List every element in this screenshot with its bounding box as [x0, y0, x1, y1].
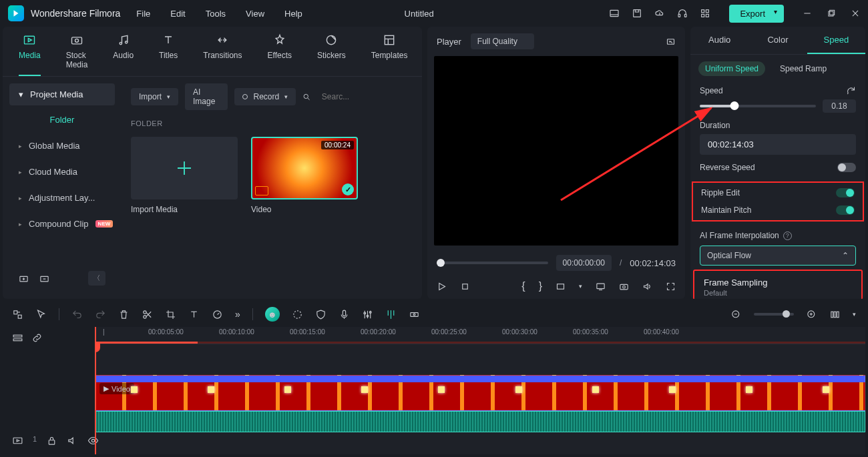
playhead[interactable] — [95, 327, 96, 454]
save-icon[interactable] — [632, 8, 642, 19]
visibility-icon[interactable] — [87, 435, 99, 446]
snapshot-mode-icon[interactable] — [666, 37, 676, 47]
export-button[interactable]: Export — [729, 5, 784, 23]
marker-tool-icon[interactable] — [385, 309, 397, 320]
timeline-tracks[interactable]: | 00:00:05:00 00:00:10:00 00:00:15:00 00… — [95, 327, 865, 454]
volume-icon[interactable] — [642, 282, 652, 292]
duration-value[interactable]: 00:02:14:03 — [700, 134, 856, 155]
speed-slider[interactable] — [700, 105, 816, 107]
tab-media[interactable]: Media — [19, 33, 41, 76]
undo-icon[interactable] — [71, 309, 83, 320]
tool-pointer-icon[interactable] — [35, 309, 47, 320]
delete-icon[interactable] — [118, 309, 130, 320]
play-icon[interactable] — [437, 282, 447, 292]
lock-icon[interactable] — [46, 435, 57, 446]
new-badge: NEW — [95, 220, 114, 227]
text-tool-icon[interactable] — [188, 309, 200, 320]
speed-ramp-tab[interactable]: Speed Ramp — [773, 61, 833, 76]
tab-templates[interactable]: Templates — [371, 33, 408, 76]
close-icon[interactable] — [851, 9, 860, 18]
link-icon[interactable] — [31, 332, 43, 344]
interp-option-frame-sampling[interactable]: Frame SamplingDefault — [694, 271, 861, 299]
shield-icon[interactable] — [315, 309, 327, 320]
collapse-sidebar-button[interactable]: 〈 — [88, 271, 105, 286]
sidebar-compound-clip[interactable]: ▸Compound ClipNEW — [9, 212, 115, 236]
preview-viewport[interactable] — [434, 56, 678, 246]
reset-icon[interactable] — [846, 85, 856, 95]
stop-icon[interactable] — [460, 282, 470, 292]
import-dropdown[interactable]: Import▾ — [131, 88, 178, 105]
color-tool-icon[interactable] — [292, 309, 303, 320]
aspect-icon[interactable] — [556, 282, 566, 292]
reverse-toggle[interactable] — [837, 163, 856, 172]
mute-icon[interactable] — [67, 435, 78, 446]
mixer-icon[interactable] — [362, 309, 373, 320]
rtab-speed[interactable]: Speed — [807, 27, 865, 54]
record-dropdown[interactable]: Record▾ — [234, 88, 296, 105]
headphones-icon[interactable] — [677, 8, 688, 19]
new-folder-icon[interactable] — [19, 274, 29, 284]
display-icon[interactable] — [596, 282, 606, 292]
layout-icon[interactable] — [609, 8, 620, 19]
mic-icon[interactable] — [339, 309, 350, 320]
video-clip-tile[interactable]: 00:00:24 ✓ Video — [251, 137, 358, 214]
tab-transitions[interactable]: Transitions — [203, 33, 242, 76]
sidebar-global-media[interactable]: ▸Global Media — [9, 134, 115, 157]
sidebar-adjustment-layer[interactable]: ▸Adjustment Lay... — [9, 186, 115, 209]
apps-icon[interactable] — [700, 8, 710, 19]
zoom-in-icon[interactable] — [806, 309, 817, 320]
sidebar-cloud-media[interactable]: ▸Cloud Media — [9, 160, 115, 183]
pitch-toggle[interactable] — [836, 205, 855, 215]
tab-titles[interactable]: Titles — [159, 33, 178, 76]
more-tools-icon[interactable]: » — [235, 309, 240, 320]
scrub-bar[interactable] — [437, 262, 548, 264]
cloud-icon[interactable] — [654, 8, 665, 19]
quality-select[interactable]: Full Quality — [471, 33, 534, 49]
zoom-slider[interactable] — [754, 313, 794, 316]
ripple-toggle[interactable] — [836, 188, 855, 197]
capture-icon[interactable] — [619, 282, 629, 292]
rtab-color[interactable]: Color — [748, 27, 807, 54]
tab-audio[interactable]: Audio — [113, 33, 134, 76]
menu-file[interactable]: File — [136, 9, 150, 19]
zoom-fit-icon[interactable] — [829, 309, 841, 320]
maximize-icon[interactable] — [827, 9, 836, 18]
crop-icon[interactable] — [165, 309, 176, 320]
keyframe-tool-icon[interactable] — [409, 309, 420, 320]
tab-stickers[interactable]: Stickers — [317, 33, 346, 76]
interp-select[interactable]: Optical Flow⌃ — [700, 246, 856, 266]
split-icon[interactable] — [142, 309, 153, 320]
svg-rect-41 — [463, 284, 468, 289]
tab-effects[interactable]: Effects — [268, 33, 292, 76]
mark-in-icon[interactable]: { — [521, 280, 525, 292]
uniform-speed-tab[interactable]: Uniform Speed — [698, 61, 765, 76]
menu-tools[interactable]: Tools — [206, 9, 226, 19]
ai-image-button[interactable]: AI Image — [185, 83, 228, 110]
minimize-icon[interactable] — [803, 9, 812, 18]
speed-value[interactable]: 0.18 — [823, 99, 856, 113]
new-bin-icon[interactable] — [39, 274, 49, 284]
folder-header: FOLDER — [131, 119, 422, 127]
video-track-icon[interactable] — [12, 435, 23, 446]
import-media-tile[interactable]: Import Media — [131, 137, 238, 214]
svg-point-51 — [144, 315, 146, 318]
svg-marker-82 — [17, 440, 19, 442]
ai-face-icon[interactable]: ☻ — [265, 307, 280, 322]
audio-clip[interactable] — [95, 411, 865, 432]
help-icon[interactable]: ? — [783, 232, 792, 240]
menu-edit[interactable]: Edit — [170, 9, 185, 19]
zoom-out-icon[interactable] — [730, 309, 742, 320]
rtab-audio[interactable]: Audio — [690, 27, 748, 54]
timeline-ruler[interactable]: | 00:00:05:00 00:00:10:00 00:00:15:00 00… — [95, 327, 865, 344]
fullscreen-icon[interactable] — [666, 282, 676, 292]
folder-label[interactable]: Folder — [9, 108, 115, 131]
search-input[interactable] — [318, 92, 422, 101]
mark-out-icon[interactable]: } — [539, 280, 542, 292]
track-add-icon[interactable] — [12, 332, 23, 344]
tab-stock-media[interactable]: Stock Media — [66, 33, 88, 76]
video-clip[interactable]: ▶Video — [95, 375, 865, 411]
redo-icon[interactable] — [95, 309, 106, 320]
speed-tool-icon[interactable] — [212, 309, 223, 320]
tool-compound-icon[interactable] — [12, 309, 23, 320]
project-media-button[interactable]: ▾Project Media — [9, 83, 115, 105]
